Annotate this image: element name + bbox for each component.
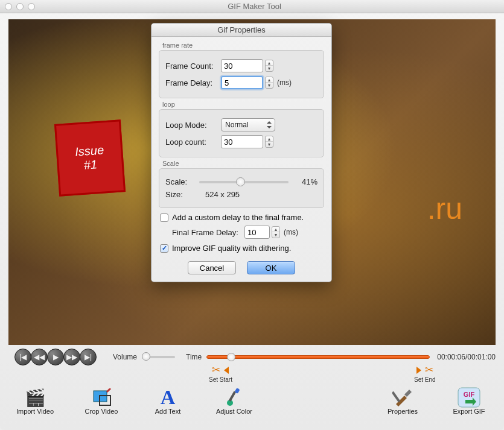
- tool-label: Crop Video: [85, 408, 118, 415]
- scale-slider-thumb[interactable]: [236, 177, 245, 186]
- time-thumb[interactable]: [227, 353, 235, 361]
- svg-line-2: [107, 388, 110, 392]
- frame-delay-input[interactable]: [221, 76, 263, 89]
- svg-rect-6: [392, 391, 400, 403]
- final-frame-delay-unit: (ms): [284, 228, 298, 236]
- scissor-icon: ✂: [425, 364, 433, 376]
- skip-start-button[interactable]: |◀: [14, 349, 31, 365]
- ok-button[interactable]: OK: [247, 261, 295, 274]
- frame-count-input[interactable]: [221, 59, 263, 72]
- size-value: 524 x 295: [205, 190, 240, 199]
- scale-group-label: Scale: [159, 160, 324, 168]
- cancel-button[interactable]: Cancel: [188, 261, 236, 274]
- zoom-icon[interactable]: [28, 3, 35, 10]
- tool-label: Add Text: [155, 408, 181, 415]
- clapperboard-icon: 🎬: [22, 387, 48, 408]
- time-label: Time: [186, 353, 202, 361]
- frame-delay-label: Frame Delay:: [165, 78, 221, 87]
- time-readout: 00:00:06/00:01:00: [437, 353, 496, 361]
- crop-icon: [89, 387, 114, 408]
- scale-group: Scale: 41% Size: 524 x 295: [159, 168, 324, 208]
- frame-delay-stepper[interactable]: ▲▼: [265, 77, 273, 89]
- add-text-button[interactable]: A Add Text: [144, 387, 192, 415]
- bottom-toolbar: 🎬 Import Video Crop Video A Add Text Adj…: [0, 384, 504, 415]
- tools-icon: [390, 387, 415, 408]
- time-slider[interactable]: [206, 355, 430, 359]
- video-overlay-badge: Issue #1: [54, 119, 126, 196]
- scale-label: Scale:: [165, 177, 194, 186]
- volume-thumb[interactable]: [142, 352, 150, 361]
- loop-count-stepper[interactable]: ▲▼: [265, 136, 273, 148]
- set-start-marker[interactable]: ✂ Set Start: [209, 364, 232, 383]
- svg-rect-4: [229, 391, 236, 402]
- player-controls: |◀ ◀◀ ▶ ▶▶ ▶| Volume Time 00:00:06/00:01…: [0, 345, 504, 365]
- final-frame-delay-stepper[interactable]: ▲▼: [272, 226, 280, 238]
- adjust-color-button[interactable]: Adjust Color: [210, 387, 258, 415]
- loop-group-label: loop: [159, 101, 324, 109]
- export-gif-button[interactable]: GIF Export GIF: [445, 387, 493, 415]
- loop-group: Loop Mode: Normal Loop count: ▲▼: [159, 109, 324, 157]
- close-icon[interactable]: [5, 3, 12, 10]
- window-title: GIF Maker Tool: [35, 2, 474, 11]
- tool-label: Export GIF: [453, 408, 485, 415]
- dithering-checkbox[interactable]: ✓: [160, 244, 168, 253]
- marker-triangle-icon: [224, 367, 229, 374]
- time-markers: ✂ Set Start ✂ Set End: [8, 365, 496, 384]
- import-video-button[interactable]: 🎬 Import Video: [11, 387, 59, 415]
- tool-label: Adjust Color: [216, 408, 252, 415]
- set-end-marker[interactable]: ✂ Set End: [414, 364, 436, 383]
- properties-button[interactable]: Properties: [378, 387, 427, 415]
- svg-text:GIF: GIF: [464, 391, 475, 398]
- dialog-title: Gif Properties: [152, 24, 331, 37]
- app-window: GIF Maker Tool Issue #1 .ru Gif Properti…: [0, 0, 504, 430]
- frame-delay-unit: (ms): [277, 78, 292, 87]
- fast-forward-button[interactable]: ▶▶: [63, 349, 80, 365]
- watermark-text: .ru: [427, 191, 462, 226]
- gif-export-icon: GIF: [456, 387, 482, 408]
- badge-line2: #1: [83, 157, 98, 172]
- set-start-label: Set Start: [209, 376, 232, 383]
- badge-line1: Issue: [75, 143, 104, 159]
- dithering-label: Improve GIF quality with dithering.: [172, 244, 291, 253]
- tool-label: Import Video: [16, 408, 54, 415]
- titlebar: GIF Maker Tool: [0, 0, 504, 13]
- loop-count-input[interactable]: [221, 135, 263, 148]
- final-frame-delay-label: Final Frame Delay:: [172, 228, 244, 237]
- crop-video-button[interactable]: Crop Video: [77, 387, 126, 415]
- loop-mode-select[interactable]: Normal: [221, 118, 275, 131]
- skip-end-button[interactable]: ▶|: [80, 349, 97, 365]
- scale-slider[interactable]: [199, 181, 289, 183]
- scissor-icon: ✂: [212, 364, 220, 376]
- loop-mode-label: Loop Mode:: [165, 121, 221, 130]
- loop-count-label: Loop count:: [165, 138, 221, 147]
- marker-triangle-icon: [416, 367, 421, 374]
- transport-buttons: |◀ ◀◀ ▶ ▶▶ ▶|: [14, 349, 96, 365]
- minimize-icon[interactable]: [16, 3, 24, 10]
- tool-label: Properties: [388, 408, 418, 415]
- set-end-label: Set End: [414, 376, 436, 383]
- scale-percentage: 41%: [293, 177, 317, 186]
- eyedropper-icon: [222, 387, 247, 408]
- letter-a-icon: A: [155, 387, 180, 408]
- play-button[interactable]: ▶: [47, 349, 64, 365]
- frame-count-label: Frame Count:: [165, 62, 221, 71]
- frame-rate-group-label: frame rate: [159, 42, 324, 50]
- size-label: Size:: [165, 190, 194, 199]
- add-custom-delay-checkbox[interactable]: [160, 213, 168, 222]
- frame-rate-group: Frame Count: ▲▼ Frame Delay: ▲▼ (ms): [159, 50, 324, 98]
- loop-mode-value: Normal: [225, 121, 249, 129]
- rewind-button[interactable]: ◀◀: [31, 349, 48, 365]
- final-frame-delay-input[interactable]: [244, 226, 270, 239]
- frame-count-stepper[interactable]: ▲▼: [265, 60, 273, 72]
- add-custom-delay-label: Add a custom delay to the final frame.: [172, 213, 304, 222]
- gif-properties-dialog: Gif Properties frame rate Frame Count: ▲…: [151, 23, 332, 282]
- volume-slider[interactable]: [142, 356, 175, 358]
- volume-label: Volume: [113, 353, 137, 361]
- window-controls: [5, 3, 35, 10]
